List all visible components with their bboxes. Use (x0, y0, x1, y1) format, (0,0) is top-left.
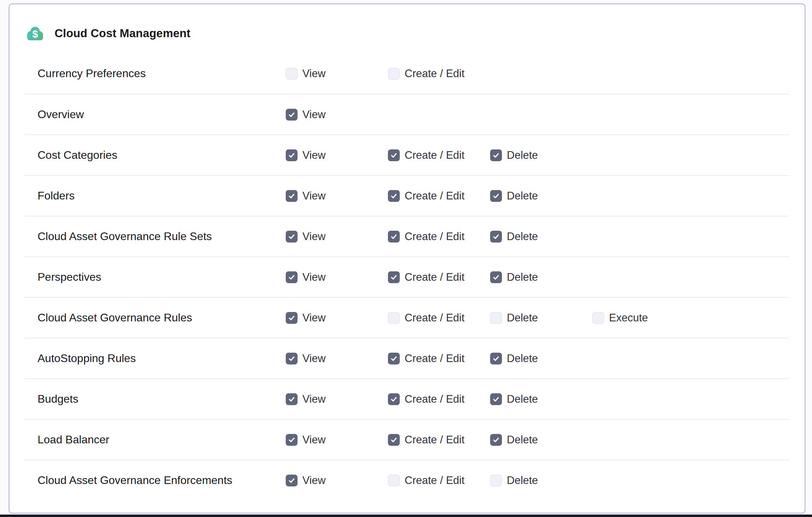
view-checkbox[interactable] (286, 312, 298, 324)
permission-delete[interactable]: Delete (490, 149, 592, 162)
permission-create-edit[interactable]: Create / Edit (388, 67, 490, 80)
check-icon (288, 436, 295, 444)
check-icon (492, 355, 500, 362)
permission-label: View (302, 393, 326, 405)
check-icon (288, 151, 295, 159)
permission-create-edit[interactable]: Create / Edit (388, 474, 490, 487)
view-checkbox[interactable] (286, 393, 298, 405)
create-edit-checkbox[interactable] (388, 393, 400, 405)
permission-label: Delete (507, 352, 538, 365)
create-edit-checkbox[interactable] (388, 68, 400, 80)
permission-row: Folders ViewCreate / EditDelete (25, 175, 789, 216)
permission-create-edit[interactable]: Create / Edit (388, 434, 490, 446)
permission-delete[interactable]: Delete (490, 474, 592, 487)
permission-delete[interactable]: Delete (490, 190, 592, 202)
permission-label: View (302, 230, 326, 243)
check-icon (492, 192, 500, 200)
create-edit-checkbox[interactable] (388, 271, 400, 283)
delete-checkbox[interactable] (490, 393, 502, 405)
delete-checkbox[interactable] (490, 353, 502, 364)
permission-label: View (302, 149, 326, 162)
permission-row: Currency Preferences ViewCreate / Edit (25, 53, 789, 94)
permission-label: View (302, 434, 326, 446)
permission-label: Delete (507, 474, 538, 487)
execute-checkbox[interactable] (592, 312, 604, 324)
view-checkbox[interactable] (286, 231, 298, 243)
check-icon (390, 436, 398, 444)
permission-label: View (302, 352, 326, 365)
check-icon (288, 477, 295, 484)
create-edit-checkbox[interactable] (388, 190, 400, 202)
resource-name: Overview (25, 108, 286, 121)
delete-checkbox[interactable] (490, 149, 502, 161)
permission-label: Create / Edit (405, 352, 464, 365)
delete-checkbox[interactable] (490, 312, 502, 324)
permission-row: Budgets ViewCreate / EditDelete (25, 378, 789, 419)
create-edit-checkbox[interactable] (388, 312, 400, 324)
delete-checkbox[interactable] (490, 231, 502, 243)
permission-delete[interactable]: Delete (490, 434, 592, 446)
delete-checkbox[interactable] (490, 475, 502, 486)
resource-name: Load Balancer (25, 433, 286, 446)
permission-row: Perspectives ViewCreate / EditDelete (25, 256, 789, 297)
permission-delete[interactable]: Delete (490, 352, 592, 365)
permission-create-edit[interactable]: Create / Edit (388, 393, 490, 405)
create-edit-checkbox[interactable] (388, 434, 400, 446)
check-icon (390, 355, 398, 362)
view-checkbox[interactable] (286, 475, 298, 486)
permission-label: View (302, 312, 326, 324)
view-checkbox[interactable] (286, 353, 298, 364)
view-checkbox[interactable] (286, 434, 298, 446)
screen: $ Cloud Cost Management Currency Prefere… (0, 0, 812, 517)
check-icon (288, 314, 295, 322)
view-checkbox[interactable] (286, 68, 298, 80)
view-checkbox[interactable] (286, 271, 298, 283)
permission-view[interactable]: View (286, 67, 388, 80)
check-icon (390, 192, 398, 200)
check-icon (492, 233, 500, 240)
delete-checkbox[interactable] (490, 190, 502, 202)
create-edit-checkbox[interactable] (388, 231, 400, 243)
permission-view[interactable]: View (286, 312, 388, 324)
permission-delete[interactable]: Delete (490, 271, 592, 284)
permission-delete[interactable]: Delete (490, 312, 592, 324)
page-title: Cloud Cost Management (55, 27, 190, 40)
permission-create-edit[interactable]: Create / Edit (388, 230, 490, 243)
view-checkbox[interactable] (286, 190, 298, 202)
permission-view[interactable]: View (286, 434, 388, 446)
permission-label: Create / Edit (405, 190, 464, 202)
delete-checkbox[interactable] (490, 271, 502, 283)
permission-label: View (302, 108, 326, 121)
check-icon (492, 273, 500, 281)
permission-delete[interactable]: Delete (490, 230, 592, 243)
view-checkbox[interactable] (286, 109, 298, 121)
permission-view[interactable]: View (286, 149, 388, 162)
view-checkbox[interactable] (286, 149, 298, 161)
create-edit-checkbox[interactable] (388, 475, 400, 486)
permission-view[interactable]: View (286, 230, 388, 243)
check-icon (390, 273, 398, 281)
resource-name: Cloud Asset Governance Rules (25, 311, 286, 324)
permission-view[interactable]: View (286, 474, 388, 487)
permission-view[interactable]: View (286, 190, 388, 202)
permission-create-edit[interactable]: Create / Edit (388, 271, 490, 284)
permission-row: Cloud Asset Governance Enforcements View… (25, 460, 789, 500)
delete-checkbox[interactable] (490, 434, 502, 446)
permission-create-edit[interactable]: Create / Edit (388, 190, 490, 202)
permission-view[interactable]: View (286, 271, 388, 284)
permission-view[interactable]: View (286, 108, 388, 121)
permissions-list: Currency Preferences ViewCreate / Edit O… (25, 53, 789, 500)
create-edit-checkbox[interactable] (388, 149, 400, 161)
permission-label: Create / Edit (405, 474, 464, 487)
permission-label: Create / Edit (405, 434, 464, 446)
permission-execute[interactable]: Execute (592, 312, 695, 324)
permission-view[interactable]: View (286, 393, 388, 405)
check-icon (288, 192, 295, 200)
permission-row: Cost Categories ViewCreate / EditDelete (25, 134, 789, 175)
permission-view[interactable]: View (286, 352, 388, 365)
permission-create-edit[interactable]: Create / Edit (388, 312, 490, 324)
create-edit-checkbox[interactable] (388, 353, 400, 364)
permission-delete[interactable]: Delete (490, 393, 592, 405)
permission-create-edit[interactable]: Create / Edit (388, 149, 490, 162)
permission-create-edit[interactable]: Create / Edit (388, 352, 490, 365)
